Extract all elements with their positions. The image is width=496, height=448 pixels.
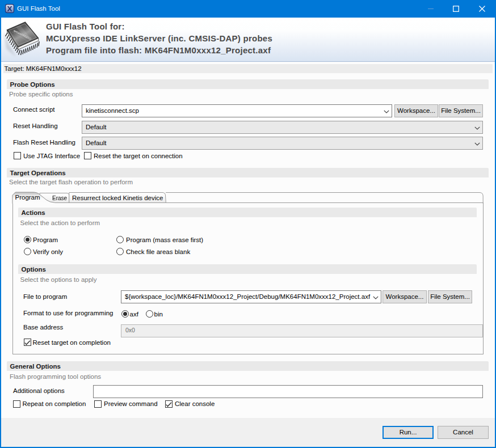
svg-text:X: X: [7, 5, 12, 13]
